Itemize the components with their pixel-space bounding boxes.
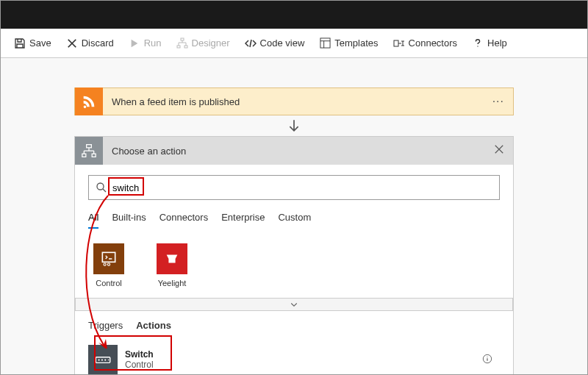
flow-arrow-icon bbox=[74, 115, 514, 136]
control-icon bbox=[93, 243, 124, 274]
templates-icon bbox=[319, 38, 331, 49]
yeelight-icon bbox=[157, 243, 187, 274]
designer-icon bbox=[176, 38, 188, 49]
panel-title: Choose an action bbox=[103, 146, 485, 157]
help-icon bbox=[472, 38, 484, 49]
connectors-icon bbox=[393, 38, 405, 49]
svg-rect-1 bbox=[177, 46, 180, 48]
help-button[interactable]: Help bbox=[466, 35, 513, 52]
svg-rect-0 bbox=[181, 38, 184, 40]
chevron-down-icon bbox=[290, 300, 298, 309]
close-button[interactable] bbox=[485, 144, 513, 157]
codeview-label: Code view bbox=[260, 38, 305, 49]
action-subtitle: Control bbox=[125, 360, 467, 370]
tab-connectors[interactable]: Connectors bbox=[159, 209, 208, 229]
save-label: Save bbox=[29, 38, 51, 49]
svg-point-14 bbox=[101, 359, 103, 360]
rss-icon bbox=[75, 88, 103, 115]
svg-rect-7 bbox=[92, 154, 96, 157]
svg-rect-3 bbox=[320, 38, 330, 48]
panel-body: All Built-ins Connectors Enterprise Cust… bbox=[75, 165, 513, 375]
tab-enterprise[interactable]: Enterprise bbox=[221, 209, 265, 229]
templates-label: Templates bbox=[334, 38, 378, 49]
connector-control[interactable]: Control bbox=[88, 243, 129, 288]
action-switch[interactable]: Switch Control bbox=[88, 343, 500, 375]
designer-canvas: When a feed item is published ··· Choose… bbox=[1, 58, 587, 374]
svg-point-8 bbox=[97, 183, 104, 190]
discard-label: Discard bbox=[82, 38, 114, 49]
expand-bar[interactable] bbox=[75, 298, 513, 311]
top-banner bbox=[1, 1, 587, 29]
switch-icon bbox=[88, 345, 118, 374]
trigger-label: When a feed item is published bbox=[103, 96, 484, 107]
svg-point-16 bbox=[108, 360, 110, 361]
run-button[interactable]: Run bbox=[123, 35, 168, 52]
search-box[interactable] bbox=[88, 175, 500, 200]
info-icon bbox=[482, 354, 492, 364]
svg-rect-2 bbox=[184, 46, 187, 48]
svg-point-13 bbox=[98, 359, 100, 360]
connector-grid: Control Yeelight bbox=[88, 229, 500, 298]
codeview-icon bbox=[245, 38, 257, 49]
search-input[interactable] bbox=[108, 182, 493, 193]
templates-button[interactable]: Templates bbox=[313, 35, 384, 52]
tab-custom[interactable]: Custom bbox=[278, 209, 311, 229]
connectors-label: Connectors bbox=[409, 38, 457, 49]
discard-button[interactable]: Discard bbox=[60, 35, 120, 52]
action-text: Switch Control bbox=[118, 349, 475, 370]
toolbar: Save Discard Run Designer Code view Temp… bbox=[1, 29, 587, 58]
tab-all[interactable]: All bbox=[88, 209, 98, 229]
svg-rect-4 bbox=[394, 40, 398, 46]
svg-rect-6 bbox=[82, 154, 86, 157]
trigger-action-tabs: Triggers Actions bbox=[88, 318, 500, 337]
svg-point-10 bbox=[104, 263, 106, 265]
save-icon bbox=[14, 38, 26, 49]
svg-rect-9 bbox=[102, 252, 115, 262]
save-button[interactable]: Save bbox=[8, 35, 57, 52]
connector-label: Control bbox=[96, 279, 121, 288]
svg-rect-5 bbox=[87, 145, 92, 148]
run-label: Run bbox=[144, 38, 162, 49]
connectors-button[interactable]: Connectors bbox=[387, 35, 463, 52]
panel-header-icon bbox=[75, 137, 103, 165]
designer-label: Designer bbox=[192, 38, 230, 49]
connector-yeelight[interactable]: Yeelight bbox=[151, 243, 193, 288]
run-icon bbox=[129, 38, 140, 49]
close-icon bbox=[494, 144, 504, 154]
trigger-more-button[interactable]: ··· bbox=[484, 95, 513, 108]
choose-action-panel: Choose an action All Built-ins Connector… bbox=[74, 136, 514, 375]
designer-button[interactable]: Designer bbox=[171, 35, 236, 52]
tab-builtins[interactable]: Built-ins bbox=[112, 209, 146, 229]
info-button[interactable] bbox=[475, 354, 500, 366]
subtab-actions[interactable]: Actions bbox=[136, 318, 171, 337]
codeview-button[interactable]: Code view bbox=[239, 35, 311, 52]
discard-icon bbox=[66, 38, 78, 49]
connector-label: Yeelight bbox=[158, 279, 187, 288]
action-title: Switch bbox=[125, 349, 467, 360]
svg-point-15 bbox=[104, 359, 106, 360]
help-label: Help bbox=[487, 38, 507, 49]
svg-point-11 bbox=[107, 263, 110, 265]
category-tabs: All Built-ins Connectors Enterprise Cust… bbox=[88, 209, 500, 229]
subtab-triggers[interactable]: Triggers bbox=[88, 318, 123, 337]
trigger-card[interactable]: When a feed item is published ··· bbox=[74, 88, 514, 115]
panel-header: Choose an action bbox=[75, 137, 513, 165]
search-icon bbox=[95, 181, 108, 194]
